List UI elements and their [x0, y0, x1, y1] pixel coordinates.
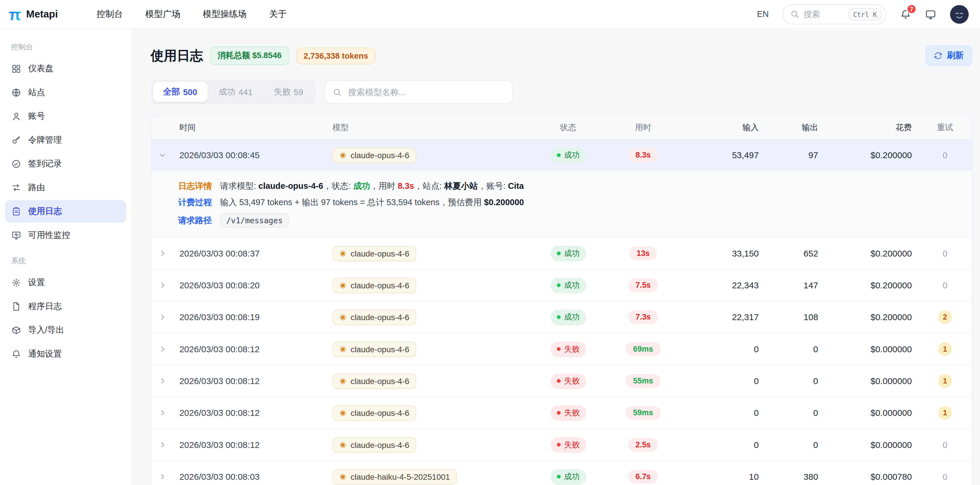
- nav-item-playground[interactable]: 模型操练场: [203, 8, 247, 20]
- chevron-right-icon[interactable]: [158, 440, 167, 449]
- status-badge: 失败: [550, 341, 586, 357]
- chevron-right-icon[interactable]: [158, 377, 167, 385]
- table-row[interactable]: 2026/03/03 00:08:20 claude-opus-4-6 成功 7…: [151, 270, 972, 302]
- chevron-right-icon[interactable]: [158, 345, 167, 353]
- status-badge: 成功: [550, 469, 586, 485]
- sidebar-item-sites[interactable]: 站点: [5, 81, 126, 104]
- global-search[interactable]: 搜索 Ctrl K: [783, 4, 886, 24]
- sidebar-item-checkin[interactable]: 签到记录: [5, 153, 126, 175]
- chevron-right-icon[interactable]: [158, 249, 167, 258]
- table-row[interactable]: 2026/03/03 00:08:12 claude-opus-4-6 失败 2…: [151, 429, 972, 461]
- output-tokens: 380: [765, 472, 824, 482]
- sidebar-item-dashboard[interactable]: 仪表盘: [5, 57, 126, 80]
- duration-badge: 7.3s: [628, 310, 659, 324]
- sidebar-item-label: 路由: [28, 182, 45, 193]
- status-label: 失败: [564, 344, 580, 354]
- status-label: 成功: [564, 150, 580, 160]
- status-dot: [557, 347, 560, 351]
- input-tokens: 33,150: [687, 248, 765, 258]
- sidebar-item-availability[interactable]: 可用性监控: [5, 224, 126, 246]
- log-time: 2026/03/03 00:08:03: [174, 472, 326, 482]
- status-badge: 失败: [550, 405, 586, 421]
- table-row[interactable]: 2026/03/03 00:08:12 claude-opus-4-6 失败 5…: [151, 365, 972, 397]
- chevron-right-icon[interactable]: [158, 408, 167, 417]
- model-search-input[interactable]: [347, 87, 505, 97]
- status-label: 失败: [564, 439, 580, 450]
- bell-icon: [11, 349, 21, 359]
- status-badge: 成功: [550, 246, 586, 261]
- model-name: claude-opus-4-6: [350, 151, 409, 160]
- model-badge: claude-haiku-4-5-20251001: [332, 469, 457, 485]
- model-name: claude-opus-4-6: [350, 281, 409, 290]
- model-badge: claude-opus-4-6: [332, 405, 416, 421]
- log-time: 2026/03/03 00:08:12: [174, 344, 326, 354]
- sidebar-item-settings[interactable]: 设置: [5, 271, 126, 294]
- sidebar-item-tokens[interactable]: 令牌管理: [5, 129, 126, 152]
- filter-count: 500: [183, 87, 197, 97]
- navbar-right: EN 搜索 Ctrl K 7: [757, 4, 969, 24]
- chevron-down-icon[interactable]: [158, 151, 167, 160]
- filter-all[interactable]: 全部 500: [153, 82, 207, 102]
- sidebar-item-app-logs[interactable]: 程序日志: [5, 295, 126, 318]
- table-row[interactable]: 2026/03/03 00:08:19 claude-opus-4-6 成功 7…: [151, 302, 972, 333]
- model-starburst-icon: [339, 314, 347, 321]
- chevron-right-icon[interactable]: [158, 281, 167, 289]
- output-tokens: 652: [765, 248, 824, 258]
- nav-item-model-square[interactable]: 模型广场: [145, 8, 180, 20]
- total-tokens-badge: 2,736,338 tokens: [296, 47, 375, 64]
- status-dot: [557, 153, 560, 157]
- status-label: 成功: [564, 312, 580, 322]
- log-time: 2026/03/03 00:08:12: [174, 376, 326, 386]
- log-time: 2026/03/03 00:08:19: [174, 312, 326, 322]
- cost-value: $0.200000: [824, 150, 918, 160]
- chevron-right-icon[interactable]: [158, 313, 167, 322]
- filter-success[interactable]: 成功 441: [208, 82, 262, 102]
- model-badge: claude-opus-4-6: [332, 278, 416, 293]
- notifications-button[interactable]: 7: [900, 8, 912, 20]
- file-icon: [11, 302, 21, 311]
- language-switcher[interactable]: EN: [757, 10, 768, 19]
- chevron-right-icon[interactable]: [158, 472, 167, 481]
- table-row[interactable]: 2026/03/03 00:08:12 claude-opus-4-6 失败 5…: [151, 397, 972, 429]
- log-time: 2026/03/03 00:08:20: [174, 280, 326, 290]
- nav-item-console[interactable]: 控制台: [97, 8, 123, 20]
- output-tokens: 0: [765, 408, 824, 418]
- status-badge: 成功: [550, 147, 586, 163]
- nav-item-about[interactable]: 关于: [269, 8, 286, 20]
- sidebar-item-accounts[interactable]: 账号: [5, 105, 126, 128]
- status-label: 成功: [564, 471, 580, 482]
- filter-failed[interactable]: 失败 59: [264, 82, 313, 102]
- sidebar-item-notification-settings[interactable]: 通知设置: [5, 343, 126, 365]
- model-badge: claude-opus-4-6: [332, 147, 416, 163]
- table-row[interactable]: 2026/03/03 00:08:12 claude-opus-4-6 失败 6…: [151, 333, 972, 365]
- col-header-duration: 用时: [600, 122, 687, 133]
- table-row[interactable]: 2026/03/03 00:08:45 claude-opus-4-6 成功 8…: [151, 139, 972, 171]
- refresh-button[interactable]: 刷新: [925, 45, 972, 66]
- avatar-icon: [950, 5, 969, 23]
- display-mode-button[interactable]: [925, 8, 936, 20]
- sidebar-item-import-export[interactable]: 导入/导出: [5, 319, 126, 341]
- sidebar-item-label: 设置: [28, 277, 45, 289]
- col-header-retry: 重试: [918, 122, 972, 133]
- avatar[interactable]: [950, 5, 969, 23]
- brand-name: Metapi: [26, 8, 58, 20]
- sidebar-item-usage-logs[interactable]: 使用日志: [5, 200, 126, 223]
- model-badge: claude-opus-4-6: [332, 310, 416, 325]
- duration-badge: 2.5s: [628, 438, 659, 451]
- input-tokens: 22,343: [687, 280, 765, 290]
- table-row[interactable]: 2026/03/03 00:08:03 claude-haiku-4-5-202…: [151, 461, 972, 485]
- table-row[interactable]: 2026/03/03 00:08:37 claude-opus-4-6 成功 1…: [151, 238, 972, 270]
- sidebar-section-system: 系统: [0, 248, 131, 270]
- model-search-box[interactable]: [325, 80, 513, 104]
- display-icon: [925, 8, 936, 20]
- input-tokens: 53,497: [687, 150, 765, 160]
- cost-value: $0.000780: [824, 472, 918, 482]
- refresh-label: 刷新: [947, 50, 964, 61]
- model-starburst-icon: [339, 378, 347, 384]
- model-name: claude-opus-4-6: [350, 376, 409, 386]
- model-starburst-icon: [339, 250, 347, 257]
- main-content: 使用日志 消耗总额 $5.8546 2,736,338 tokens 刷新 全部…: [132, 29, 980, 485]
- sidebar-item-routes[interactable]: 路由: [5, 176, 126, 199]
- detail-billing-cost: $0.200000: [484, 198, 524, 207]
- monitor-pulse-icon: [11, 230, 21, 240]
